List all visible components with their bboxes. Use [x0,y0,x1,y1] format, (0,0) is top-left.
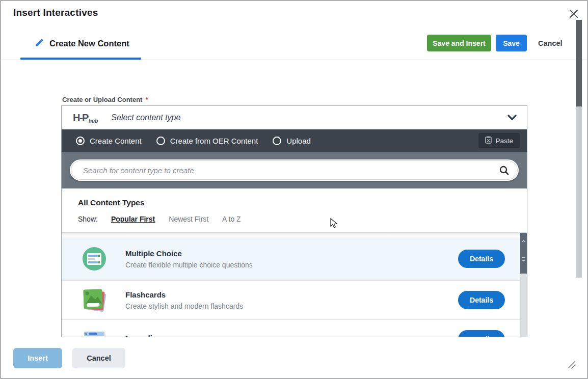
dialog-title: Insert Interactives [13,7,98,18]
h5p-hub-logo: H-Phub [73,112,98,124]
field-label-text: Create or Upload Content [62,96,142,103]
paste-label: Paste [495,137,513,145]
footer-cancel-button[interactable]: Cancel [72,348,125,368]
clipboard-icon [485,136,492,145]
content-type-description: Create flexible multiple choice question… [125,261,253,269]
sort-newest-first[interactable]: Newest First [169,215,208,223]
show-label: Show: [78,215,98,223]
list-top-shadow [62,233,527,237]
content-type-name: Multiple Choice [125,249,253,258]
tab-create-new-content[interactable]: Create New Content [35,38,129,49]
pencil-icon [35,38,44,49]
list-item-flashcards[interactable]: Flashcards Create stylish and modern fla… [62,280,521,319]
close-icon[interactable] [568,8,580,20]
chevron-down-icon[interactable] [507,115,517,121]
sort-a-to-z[interactable]: A to Z [222,215,241,223]
sort-row: Show: Popular First Newest First A to Z [78,215,527,223]
list-scrollbar-thumb[interactable] [520,233,527,274]
scrollbar-grip-icon [522,257,525,262]
header-actions: Save and Insert Save Cancel [427,35,563,51]
h5p-logo-main: H-P [73,112,88,123]
radio-create-from-oer[interactable]: Create from OER Content [156,137,258,145]
save-and-insert-button[interactable]: Save and Insert [427,35,491,51]
search-pill [70,159,519,181]
list-scrollbar[interactable] [520,233,527,337]
radio-upload[interactable]: Upload [273,137,311,145]
multiple-choice-icon [83,247,106,270]
insert-interactives-dialog: Insert Interactives Create New Content S… [0,0,588,379]
content-type-select[interactable]: H-Phub Select content type [62,106,527,129]
list-header: All Content Types Show: Popular First Ne… [62,188,527,233]
sort-popular-first[interactable]: Popular First [111,215,155,223]
radio-icon [273,137,281,145]
search-icon[interactable] [499,165,510,176]
content-type-list: Multiple Choice Create flexible multiple… [62,233,527,337]
radio-label: Upload [286,137,311,145]
insert-button[interactable]: Insert [13,348,62,368]
select-placeholder: Select content type [111,113,180,122]
list-title: All Content Types [78,198,527,207]
scroll-up-icon[interactable] [522,235,525,245]
radio-icon-selected [76,137,85,145]
required-asterisk: * [145,96,148,103]
search-band [62,152,527,188]
details-button-flashcards[interactable]: Details [458,291,505,309]
list-item-accordion[interactable]: > v Accordion Details [62,319,521,337]
flashcards-icon [83,288,106,312]
list-item-multiple-choice[interactable]: Multiple Choice Create flexible multiple… [62,237,521,280]
source-mode-bar: Create Content Create from OER Content U… [62,129,527,152]
save-button[interactable]: Save [496,35,527,51]
radio-label: Create Content [90,137,142,145]
search-input[interactable] [71,166,499,175]
resize-handle-icon[interactable] [566,359,577,372]
content-type-description: Create stylish and modern flashcards [125,302,243,310]
header-divider [1,60,588,60]
details-button-accordion[interactable]: Details [458,330,505,337]
header-cancel-button[interactable]: Cancel [538,39,563,47]
mouse-cursor [330,218,338,231]
content-type-name: Flashcards [125,290,243,299]
radio-icon [156,137,165,145]
radio-label: Create from OER Content [170,137,258,145]
paste-button[interactable]: Paste [478,133,520,148]
details-button-multiple-choice[interactable]: Details [458,250,505,268]
dialog-scrollbar[interactable] [576,20,582,278]
h5p-hub-widget: H-Phub Select content type Create Conten… [61,105,527,337]
radio-create-content[interactable]: Create Content [76,137,142,145]
content-type-name: Accordion [124,334,162,338]
field-label: Create or Upload Content* [62,96,148,103]
tab-label: Create New Content [49,39,129,48]
dialog-scrollbar-thumb[interactable] [576,20,582,106]
h5p-logo-sub: hub [89,118,98,124]
accordion-icon: > v [84,332,104,337]
